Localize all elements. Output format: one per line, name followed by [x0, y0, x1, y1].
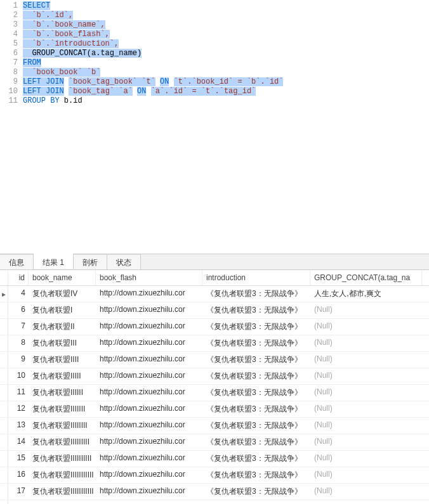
cell-book-name[interactable]: 复仇者联盟IIIIIII: [29, 401, 96, 417]
cell-book-name[interactable]: 复仇者联盟IV: [29, 286, 96, 302]
cell-id[interactable]: 16: [8, 467, 29, 483]
table-row[interactable]: 8复仇者联盟IIIhttp://down.zixuezhilu.cor《复仇者联…: [0, 335, 429, 352]
cell-id[interactable]: 7: [8, 319, 29, 335]
col-header-id[interactable]: id: [8, 270, 29, 285]
table-row[interactable]: 18复仇者联盟IIIIIIIIIIIhttp://down.zixuezhilu…: [0, 500, 429, 504]
cell-group-concat[interactable]: (Null): [310, 319, 422, 335]
cell-group-concat[interactable]: (Null): [310, 401, 422, 417]
cell-group-concat[interactable]: (Null): [310, 335, 422, 351]
cell-book-flash[interactable]: http://down.zixuezhilu.cor: [96, 368, 202, 384]
table-row[interactable]: 10复仇者联盟IIIIIhttp://down.zixuezhilu.cor《复…: [0, 368, 429, 385]
cell-introduction[interactable]: 《复仇者联盟3：无限战争》: [202, 368, 310, 384]
code-line[interactable]: GROUP BY b.id: [23, 96, 429, 106]
cell-book-flash[interactable]: http://down.zixuezhilu.cor: [96, 302, 202, 318]
cell-book-flash[interactable]: http://down.zixuezhilu.cor: [96, 286, 202, 302]
cell-id[interactable]: 14: [8, 434, 29, 450]
table-row[interactable]: 7复仇者联盟IIhttp://down.zixuezhilu.cor《复仇者联盟…: [0, 319, 429, 335]
cell-group-concat[interactable]: (Null): [310, 385, 422, 401]
cell-id[interactable]: 10: [8, 368, 29, 384]
cell-group-concat[interactable]: 人生,女人,都市,爽文: [310, 286, 422, 302]
cell-book-name[interactable]: 复仇者联盟IIIIIIIIII: [29, 451, 96, 467]
cell-introduction[interactable]: 《复仇者联盟3：无限战争》: [202, 418, 310, 434]
cell-id[interactable]: 17: [8, 484, 29, 500]
cell-book-flash[interactable]: http://down.zixuezhilu.cor: [96, 434, 202, 450]
cell-book-name[interactable]: 复仇者联盟II: [29, 319, 96, 335]
cell-book-flash[interactable]: http://down.zixuezhilu.cor: [96, 500, 202, 504]
col-header-book_name[interactable]: book_name: [29, 270, 96, 285]
tab-3[interactable]: 状态: [107, 254, 141, 269]
cell-group-concat[interactable]: (Null): [310, 451, 422, 467]
cell-introduction[interactable]: 《复仇者联盟3：无限战争》: [202, 385, 310, 401]
table-row[interactable]: 6复仇者联盟Ihttp://down.zixuezhilu.cor《复仇者联盟3…: [0, 302, 429, 319]
cell-book-name[interactable]: 复仇者联盟IIIIIIIIIII: [29, 484, 96, 500]
code-line[interactable]: `book_book` `b`: [23, 68, 429, 77]
cell-id[interactable]: 12: [8, 401, 29, 417]
cell-group-concat[interactable]: (Null): [310, 352, 422, 368]
cell-book-name[interactable]: 复仇者联盟III: [29, 335, 96, 351]
cell-book-name[interactable]: 复仇者联盟IIIIII: [29, 385, 96, 401]
cell-introduction[interactable]: 《复仇者联盟3：无限战争》: [202, 286, 310, 302]
table-row[interactable]: 11复仇者联盟IIIIIIhttp://down.zixuezhilu.cor《…: [0, 385, 429, 401]
col-header-introduction[interactable]: introduction: [202, 270, 310, 285]
sql-editor[interactable]: 1234567891011 SELECT `b`.`id`, `b`.`book…: [0, 0, 429, 254]
cell-book-flash[interactable]: http://down.zixuezhilu.cor: [96, 467, 202, 483]
code-line[interactable]: LEFT JOIN `book_tag_book` `t` ON `t`.`bo…: [23, 77, 429, 87]
table-row[interactable]: 16复仇者联盟IIIIIIIIIIIhttp://down.zixuezhilu…: [0, 467, 429, 484]
cell-book-name[interactable]: 复仇者联盟IIIIIIIII: [29, 434, 96, 450]
cell-book-name[interactable]: 复仇者联盟IIIIIIIIIII: [29, 467, 96, 483]
cell-id[interactable]: 8: [8, 335, 29, 351]
code-line[interactable]: `b`.`id`,: [23, 11, 429, 20]
editor-code[interactable]: SELECT `b`.`id`, `b`.`book_name`, `b`.`b…: [23, 0, 429, 254]
table-row[interactable]: 12复仇者联盟IIIIIIIhttp://down.zixuezhilu.cor…: [0, 401, 429, 418]
cell-introduction[interactable]: 《复仇者联盟3：无限战争》: [202, 434, 310, 450]
cell-book-flash[interactable]: http://down.zixuezhilu.cor: [96, 385, 202, 401]
cell-introduction[interactable]: 《复仇者联盟3：无限战争》: [202, 319, 310, 335]
tab-1[interactable]: 结果 1: [34, 254, 74, 269]
col-header-book_flash[interactable]: book_flash: [96, 270, 202, 285]
cell-group-concat[interactable]: (Null): [310, 418, 422, 434]
code-line[interactable]: `b`.`book_flash`,: [23, 30, 429, 39]
code-line[interactable]: FROM: [23, 58, 429, 68]
code-line[interactable]: GROUP_CONCAT(a.tag_name): [23, 49, 429, 58]
cell-id[interactable]: 9: [8, 352, 29, 368]
cell-introduction[interactable]: 《复仇者联盟3：无限战争》: [202, 451, 310, 467]
cell-book-flash[interactable]: http://down.zixuezhilu.cor: [96, 418, 202, 434]
code-line[interactable]: SELECT: [23, 1, 429, 11]
cell-id[interactable]: 13: [8, 418, 29, 434]
table-row[interactable]: 17复仇者联盟IIIIIIIIIIIhttp://down.zixuezhilu…: [0, 484, 429, 500]
cell-introduction[interactable]: 《复仇者联盟3：无限战争》: [202, 352, 310, 368]
tab-2[interactable]: 剖析: [74, 254, 107, 269]
cell-introduction[interactable]: 《复仇者联盟3：无限战争》: [202, 467, 310, 483]
cell-book-flash[interactable]: http://down.zixuezhilu.cor: [96, 401, 202, 417]
code-line[interactable]: `b`.`introduction`,: [23, 39, 429, 49]
table-row[interactable]: 13复仇者联盟IIIIIIIIhttp://down.zixuezhilu.co…: [0, 418, 429, 434]
cell-book-flash[interactable]: http://down.zixuezhilu.cor: [96, 451, 202, 467]
cell-book-name[interactable]: 复仇者联盟IIIIIIIIIII: [29, 500, 96, 504]
tab-0[interactable]: 信息: [0, 254, 34, 269]
cell-id[interactable]: 15: [8, 451, 29, 467]
cell-introduction[interactable]: 《复仇者联盟3：无限战争》: [202, 302, 310, 318]
cell-group-concat[interactable]: (Null): [310, 434, 422, 450]
cell-group-concat[interactable]: (Null): [310, 500, 422, 504]
cell-group-concat[interactable]: (Null): [310, 467, 422, 483]
cell-book-flash[interactable]: http://down.zixuezhilu.cor: [96, 335, 202, 351]
cell-group-concat[interactable]: (Null): [310, 302, 422, 318]
code-line[interactable]: LEFT JOIN `book_tag` `a` ON `a`.`id` = `…: [23, 87, 429, 96]
cell-id[interactable]: 6: [8, 302, 29, 318]
cell-introduction[interactable]: 《复仇者联盟3：无限战争》: [202, 401, 310, 417]
table-row[interactable]: 15复仇者联盟IIIIIIIIIIhttp://down.zixuezhilu.…: [0, 451, 429, 467]
cell-id[interactable]: 11: [8, 385, 29, 401]
cell-book-flash[interactable]: http://down.zixuezhilu.cor: [96, 319, 202, 335]
cell-book-name[interactable]: 复仇者联盟I: [29, 302, 96, 318]
cell-introduction[interactable]: 《复仇者联盟3：无限战争》: [202, 335, 310, 351]
cell-group-concat[interactable]: (Null): [310, 484, 422, 500]
cell-introduction[interactable]: 《复仇者联盟3：无限战争》: [202, 484, 310, 500]
cell-group-concat[interactable]: (Null): [310, 368, 422, 384]
code-line[interactable]: `b`.`book_name`,: [23, 20, 429, 30]
cell-book-flash[interactable]: http://down.zixuezhilu.cor: [96, 352, 202, 368]
table-row[interactable]: 14复仇者联盟IIIIIIIIIhttp://down.zixuezhilu.c…: [0, 434, 429, 451]
col-header-GROUP_CONCAT(a.tag_na[interactable]: GROUP_CONCAT(a.tag_na: [310, 270, 422, 285]
cell-book-name[interactable]: 复仇者联盟IIIIIIII: [29, 418, 96, 434]
cell-book-name[interactable]: 复仇者联盟IIII: [29, 352, 96, 368]
table-row[interactable]: 9复仇者联盟IIIIhttp://down.zixuezhilu.cor《复仇者…: [0, 352, 429, 368]
